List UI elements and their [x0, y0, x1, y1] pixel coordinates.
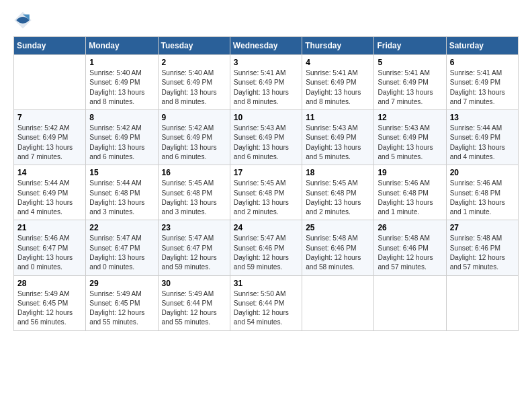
calendar-cell: 6Sunrise: 5:41 AM Sunset: 6:49 PM Daylig…: [446, 55, 518, 110]
calendar-cell: 29Sunrise: 5:49 AM Sunset: 6:45 PM Dayli…: [86, 275, 158, 330]
day-info: Sunrise: 5:49 AM Sunset: 6:45 PM Dayligh…: [89, 289, 154, 328]
day-number: 19: [378, 168, 442, 177]
day-number: 2: [162, 58, 226, 67]
calendar-cell: 1Sunrise: 5:40 AM Sunset: 6:49 PM Daylig…: [86, 55, 158, 110]
day-header-monday: Monday: [86, 37, 158, 55]
calendar-cell: 8Sunrise: 5:42 AM Sunset: 6:49 PM Daylig…: [86, 110, 158, 165]
day-number: 29: [89, 279, 154, 288]
day-header-tuesday: Tuesday: [158, 37, 230, 55]
day-info: Sunrise: 5:44 AM Sunset: 6:49 PM Dayligh…: [450, 124, 515, 162]
day-number: 9: [162, 113, 226, 122]
calendar-cell: 5Sunrise: 5:41 AM Sunset: 6:49 PM Daylig…: [374, 55, 446, 110]
day-info: Sunrise: 5:46 AM Sunset: 6:47 PM Dayligh…: [17, 234, 82, 272]
day-number: 15: [89, 168, 154, 177]
day-number: 28: [17, 279, 82, 288]
calendar-cell: 19Sunrise: 5:46 AM Sunset: 6:48 PM Dayli…: [374, 165, 446, 220]
calendar-cell: 4Sunrise: 5:41 AM Sunset: 6:49 PM Daylig…: [302, 55, 374, 110]
day-header-saturday: Saturday: [446, 37, 518, 55]
day-number: 5: [378, 58, 442, 67]
day-header-sunday: Sunday: [14, 37, 86, 55]
calendar-cell: 16Sunrise: 5:45 AM Sunset: 6:48 PM Dayli…: [158, 165, 230, 220]
calendar-cell: 20Sunrise: 5:46 AM Sunset: 6:48 PM Dayli…: [446, 165, 518, 220]
day-number: 10: [234, 113, 298, 122]
day-info: Sunrise: 5:47 AM Sunset: 6:47 PM Dayligh…: [89, 234, 154, 272]
day-header-friday: Friday: [374, 37, 446, 55]
calendar-cell: 23Sunrise: 5:47 AM Sunset: 6:47 PM Dayli…: [158, 220, 230, 275]
day-header-thursday: Thursday: [302, 37, 374, 55]
day-info: Sunrise: 5:41 AM Sunset: 6:49 PM Dayligh…: [450, 68, 515, 107]
week-row-1: 1Sunrise: 5:40 AM Sunset: 6:49 PM Daylig…: [14, 55, 519, 110]
day-info: Sunrise: 5:41 AM Sunset: 6:49 PM Dayligh…: [378, 68, 442, 107]
day-info: Sunrise: 5:49 AM Sunset: 6:45 PM Dayligh…: [17, 289, 82, 328]
calendar-cell: 30Sunrise: 5:49 AM Sunset: 6:44 PM Dayli…: [158, 275, 230, 330]
day-info: Sunrise: 5:47 AM Sunset: 6:46 PM Dayligh…: [234, 234, 298, 272]
week-row-3: 14Sunrise: 5:44 AM Sunset: 6:49 PM Dayli…: [14, 165, 519, 220]
day-header-wednesday: Wednesday: [230, 37, 302, 55]
calendar-cell: 2Sunrise: 5:40 AM Sunset: 6:49 PM Daylig…: [158, 55, 230, 110]
calendar-cell: 13Sunrise: 5:44 AM Sunset: 6:49 PM Dayli…: [446, 110, 518, 165]
day-number: 3: [234, 58, 298, 67]
day-info: Sunrise: 5:45 AM Sunset: 6:48 PM Dayligh…: [162, 179, 226, 217]
day-info: Sunrise: 5:42 AM Sunset: 6:49 PM Dayligh…: [17, 124, 82, 162]
week-row-4: 21Sunrise: 5:46 AM Sunset: 6:47 PM Dayli…: [14, 220, 519, 275]
day-info: Sunrise: 5:48 AM Sunset: 6:46 PM Dayligh…: [306, 234, 370, 272]
day-number: 11: [306, 113, 370, 122]
day-number: 30: [162, 279, 226, 288]
day-info: Sunrise: 5:49 AM Sunset: 6:44 PM Dayligh…: [162, 289, 226, 328]
calendar-cell: 10Sunrise: 5:43 AM Sunset: 6:49 PM Dayli…: [230, 110, 302, 165]
day-number: 8: [89, 113, 154, 122]
day-info: Sunrise: 5:40 AM Sunset: 6:49 PM Dayligh…: [89, 68, 154, 107]
calendar-cell: [302, 275, 374, 330]
day-number: 16: [162, 168, 226, 177]
calendar-cell: 3Sunrise: 5:41 AM Sunset: 6:49 PM Daylig…: [230, 55, 302, 110]
day-number: 18: [306, 168, 370, 177]
day-number: 22: [89, 223, 154, 232]
calendar-cell: 11Sunrise: 5:43 AM Sunset: 6:49 PM Dayli…: [302, 110, 374, 165]
day-info: Sunrise: 5:43 AM Sunset: 6:49 PM Dayligh…: [306, 124, 370, 162]
calendar-cell: 21Sunrise: 5:46 AM Sunset: 6:47 PM Dayli…: [14, 220, 86, 275]
day-number: 12: [378, 113, 442, 122]
calendar-cell: 24Sunrise: 5:47 AM Sunset: 6:46 PM Dayli…: [230, 220, 302, 275]
header-row: SundayMondayTuesdayWednesdayThursdayFrid…: [14, 37, 519, 55]
day-info: Sunrise: 5:47 AM Sunset: 6:47 PM Dayligh…: [162, 234, 226, 272]
day-info: Sunrise: 5:42 AM Sunset: 6:49 PM Dayligh…: [89, 124, 154, 162]
calendar-cell: 9Sunrise: 5:42 AM Sunset: 6:49 PM Daylig…: [158, 110, 230, 165]
calendar-cell: [374, 275, 446, 330]
day-info: Sunrise: 5:42 AM Sunset: 6:49 PM Dayligh…: [162, 124, 226, 162]
calendar-cell: 22Sunrise: 5:47 AM Sunset: 6:47 PM Dayli…: [86, 220, 158, 275]
day-info: Sunrise: 5:43 AM Sunset: 6:49 PM Dayligh…: [378, 124, 442, 162]
logo: [13, 13, 35, 30]
day-info: Sunrise: 5:41 AM Sunset: 6:49 PM Dayligh…: [306, 68, 370, 107]
calendar-cell: 31Sunrise: 5:50 AM Sunset: 6:44 PM Dayli…: [230, 275, 302, 330]
day-number: 21: [17, 223, 82, 232]
calendar-cell: [14, 55, 86, 110]
week-row-5: 28Sunrise: 5:49 AM Sunset: 6:45 PM Dayli…: [14, 275, 519, 330]
logo-icon: [13, 11, 32, 30]
calendar-cell: 12Sunrise: 5:43 AM Sunset: 6:49 PM Dayli…: [374, 110, 446, 165]
day-info: Sunrise: 5:44 AM Sunset: 6:48 PM Dayligh…: [89, 179, 154, 217]
day-number: 4: [306, 58, 370, 67]
day-info: Sunrise: 5:45 AM Sunset: 6:48 PM Dayligh…: [306, 179, 370, 217]
day-number: 7: [17, 113, 82, 122]
day-info: Sunrise: 5:50 AM Sunset: 6:44 PM Dayligh…: [234, 289, 298, 328]
day-number: 14: [17, 168, 82, 177]
day-number: 27: [450, 223, 515, 232]
week-row-2: 7Sunrise: 5:42 AM Sunset: 6:49 PM Daylig…: [14, 110, 519, 165]
day-number: 25: [306, 223, 370, 232]
day-number: 17: [234, 168, 298, 177]
calendar-cell: 14Sunrise: 5:44 AM Sunset: 6:49 PM Dayli…: [14, 165, 86, 220]
day-info: Sunrise: 5:43 AM Sunset: 6:49 PM Dayligh…: [234, 124, 298, 162]
calendar-cell: 7Sunrise: 5:42 AM Sunset: 6:49 PM Daylig…: [14, 110, 86, 165]
calendar-cell: 25Sunrise: 5:48 AM Sunset: 6:46 PM Dayli…: [302, 220, 374, 275]
day-info: Sunrise: 5:46 AM Sunset: 6:48 PM Dayligh…: [450, 179, 515, 217]
calendar-cell: 26Sunrise: 5:48 AM Sunset: 6:46 PM Dayli…: [374, 220, 446, 275]
day-info: Sunrise: 5:48 AM Sunset: 6:46 PM Dayligh…: [378, 234, 442, 272]
day-info: Sunrise: 5:45 AM Sunset: 6:48 PM Dayligh…: [234, 179, 298, 217]
calendar-cell: 28Sunrise: 5:49 AM Sunset: 6:45 PM Dayli…: [14, 275, 86, 330]
day-info: Sunrise: 5:41 AM Sunset: 6:49 PM Dayligh…: [234, 68, 298, 107]
day-number: 26: [378, 223, 442, 232]
day-info: Sunrise: 5:40 AM Sunset: 6:49 PM Dayligh…: [162, 68, 226, 107]
day-info: Sunrise: 5:48 AM Sunset: 6:46 PM Dayligh…: [450, 234, 515, 272]
day-number: 1: [89, 58, 154, 67]
day-number: 24: [234, 223, 298, 232]
